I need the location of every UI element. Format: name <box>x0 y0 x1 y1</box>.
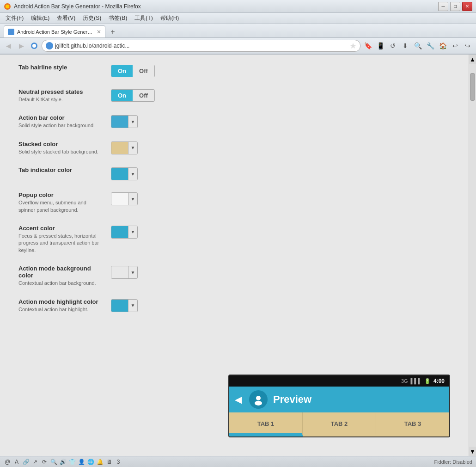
tab-strip: TAB 1 TAB 2 TAB 3 <box>229 412 449 435</box>
tab-indicator-arrow: ▼ <box>128 167 137 180</box>
tab-indicator-swatch <box>111 167 128 180</box>
accent-color-sublabel: Focus & pressed states, horizontal progr… <box>18 233 102 254</box>
search-icon2[interactable]: 🔍 <box>412 40 423 51</box>
accent-color-row: Accent color Focus & pressed states, hor… <box>18 225 450 254</box>
action-mode-highlight-picker[interactable]: ▼ <box>111 299 138 312</box>
tab-icon <box>8 29 14 35</box>
status-icons: @ A 🔗 ↗ ⟳ 🔍 🔊 👕 👤 🌐 🔔 🖥 3 <box>4 458 122 466</box>
tab-1[interactable]: TAB 1 <box>229 412 303 435</box>
action-mode-highlight-label: Action mode highlight color <box>18 298 102 305</box>
menu-history[interactable]: 历史(S) <box>79 13 105 23</box>
popup-color-row: Popup color Overflow menu, submenu and s… <box>18 191 450 214</box>
volume-icon: 🔊 <box>59 458 67 466</box>
tab-indicator-picker[interactable]: ▼ <box>111 167 138 180</box>
neutral-pressed-sublabel: Default KitKat style. <box>18 96 102 103</box>
action-mode-bg-sublabel: Contextual action bar background. <box>18 280 102 287</box>
bookmark-icon[interactable]: 🔖 <box>362 40 373 51</box>
tab-label: Android Action Bar Style Generator <box>17 29 94 35</box>
tab-3[interactable]: TAB 3 <box>376 412 449 435</box>
popup-color-picker[interactable]: ▼ <box>111 192 138 205</box>
home-icon2[interactable]: 🏠 <box>437 40 448 51</box>
svg-point-1 <box>6 5 9 8</box>
scroll-thumb[interactable] <box>470 73 475 101</box>
tab-hairline-control: On Off <box>111 65 155 77</box>
action-mode-bg-label-group: Action mode background color Contextual … <box>18 265 102 287</box>
popup-color-arrow: ▼ <box>128 192 137 205</box>
scroll-track[interactable] <box>469 64 476 447</box>
maximize-button[interactable]: □ <box>450 2 460 11</box>
font-icon: A <box>13 458 20 466</box>
action-bar-color-picker[interactable]: ▼ <box>111 115 138 128</box>
signal-icon: 3G <box>401 378 408 384</box>
download-icon[interactable]: ⬇ <box>400 40 411 51</box>
redo-icon[interactable]: ↪ <box>462 40 473 51</box>
tab-2[interactable]: TAB 2 <box>303 412 376 435</box>
stacked-color-swatch <box>111 141 128 154</box>
action-mode-highlight-swatch <box>111 299 128 312</box>
refresh-button[interactable]: ↺ <box>387 40 398 51</box>
action-bar-color-label-group: Action bar color Solid style action bar … <box>18 114 102 129</box>
stacked-color-picker[interactable]: ▼ <box>111 141 138 154</box>
action-mode-bg-row: Action mode background color Contextual … <box>18 265 450 287</box>
action-mode-bg-picker[interactable]: ▼ <box>111 266 138 279</box>
svg-marker-4 <box>350 43 356 49</box>
accent-color-label-group: Accent color Focus & pressed states, hor… <box>18 225 102 254</box>
tab-hairline-off[interactable]: Off <box>133 65 154 77</box>
signal-bars-icon: ▌▌▌ <box>411 378 421 384</box>
scroll-up-button[interactable]: ▲ <box>469 55 476 64</box>
sync-icon: ⟳ <box>41 458 48 466</box>
scrollbar[interactable]: ▲ ▼ <box>469 55 476 456</box>
menu-tools[interactable]: 工具(T) <box>131 13 156 23</box>
action-bar-color-arrow: ▼ <box>128 115 137 128</box>
neutral-pressed-off[interactable]: Off <box>133 90 154 101</box>
accent-color-arrow: ▼ <box>128 226 137 239</box>
accent-color-picker[interactable]: ▼ <box>111 226 138 239</box>
minimize-button[interactable]: ─ <box>438 2 448 11</box>
window-title: Android Action Bar Style Generator - Moz… <box>14 3 438 10</box>
action-mode-highlight-label-group: Action mode highlight color Contextual a… <box>18 298 102 313</box>
undo-icon[interactable]: ↩ <box>450 40 461 51</box>
tab-indicator-label-group: Tab indicator color <box>18 166 102 173</box>
home-button[interactable] <box>29 40 40 51</box>
neutral-pressed-control: On Off <box>111 89 155 102</box>
accent-color-label: Accent color <box>18 225 102 232</box>
action-bar-color-control: ▼ <box>111 115 138 128</box>
preview-container: 3G ▌▌▌ 🔋 4:00 ◀ <box>228 375 450 437</box>
scroll-down-button[interactable]: ▼ <box>469 447 476 456</box>
preview-title: Preview <box>273 393 311 406</box>
tab-hairline-on[interactable]: On <box>111 65 133 77</box>
neutral-pressed-on[interactable]: On <box>111 90 133 101</box>
menu-help[interactable]: 帮助(H) <box>157 13 183 23</box>
monitor-icon: 🖥 <box>105 458 113 466</box>
address-bar[interactable]: jgilfelt.github.io/android-actic... <box>42 40 360 52</box>
tab-close-button[interactable]: ✕ <box>97 29 101 35</box>
menu-bar: 文件(F) 编辑(E) 查看(V) 历史(S) 书签(B) 工具(T) 帮助(H… <box>0 13 476 24</box>
forward-button[interactable]: ▶ <box>16 40 27 51</box>
mobile-icon[interactable]: 📱 <box>375 40 386 51</box>
tools-icon[interactable]: 🔧 <box>425 40 436 51</box>
neutral-pressed-toggle: On Off <box>111 89 155 102</box>
stacked-color-label: Stacked color <box>18 141 102 147</box>
menu-bookmarks[interactable]: 书签(B) <box>105 13 131 23</box>
nav-bar: ◀ ▶ jgilfelt.github.io/android-actic... … <box>0 38 476 55</box>
action-bar-color-swatch <box>111 115 128 128</box>
arrow-icon: ↗ <box>31 458 39 466</box>
menu-edit[interactable]: 编辑(E) <box>27 13 53 23</box>
back-button[interactable]: ◀ <box>3 40 14 51</box>
popup-color-swatch <box>111 192 128 205</box>
title-bar: Android Action Bar Style Generator - Moz… <box>0 0 476 13</box>
back-arrow-icon: ◀ <box>235 394 242 405</box>
close-button[interactable]: ✕ <box>462 2 472 11</box>
action-mode-bg-swatch <box>111 266 128 279</box>
tab-indicator-control: ▼ <box>111 167 138 180</box>
menu-file[interactable]: 文件(F) <box>2 13 27 23</box>
stacked-color-arrow: ▼ <box>128 141 137 154</box>
firefox-icon <box>4 3 11 10</box>
window-controls: ─ □ ✕ <box>438 2 472 11</box>
tab-indicator-bar <box>229 435 449 436</box>
action-bar-color-sublabel: Solid style action bar background. <box>18 122 102 129</box>
active-tab[interactable]: Android Action Bar Style Generator ✕ <box>4 25 105 37</box>
new-tab-button[interactable]: + <box>107 26 118 37</box>
menu-view[interactable]: 查看(V) <box>53 13 79 23</box>
tab-hairline-label-group: Tab hairline style <box>18 64 102 71</box>
